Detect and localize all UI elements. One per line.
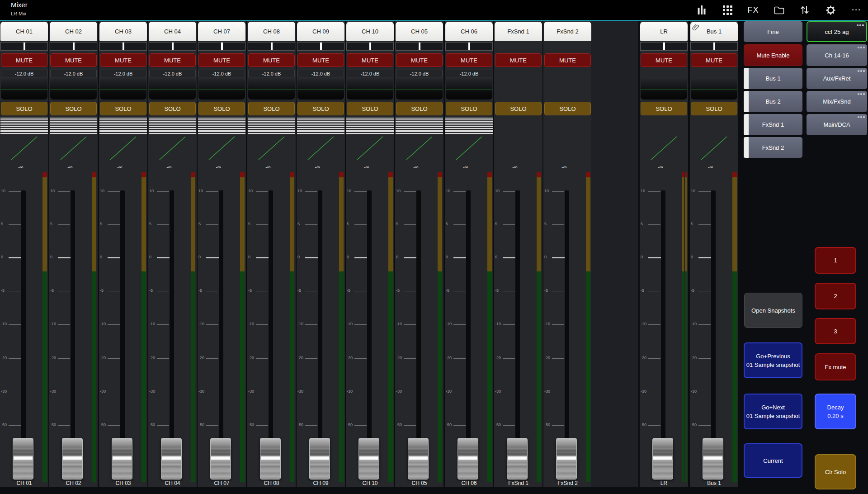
fader-track[interactable] (515, 190, 520, 480)
fader-handle[interactable] (62, 438, 83, 480)
scribble-strip[interactable] (0, 118, 48, 135)
comp-graph[interactable] (247, 135, 296, 163)
layer-aux-fxret-button[interactable]: Aux/FxRet (807, 68, 867, 89)
comp-graph[interactable] (395, 135, 443, 163)
meters-icon[interactable] (696, 4, 707, 16)
scribble-strip[interactable] (396, 118, 443, 135)
scribble-strip[interactable] (99, 118, 147, 135)
fader-handle[interactable] (161, 438, 182, 480)
fader-handle[interactable] (507, 438, 528, 480)
gate-graph[interactable] (641, 79, 687, 100)
pan-control[interactable] (640, 42, 688, 51)
mute-button[interactable]: MUTE (641, 53, 687, 67)
mute-button[interactable]: MUTE (396, 53, 443, 67)
comp-graph[interactable] (297, 135, 345, 163)
solo-button[interactable]: SOLO (446, 102, 492, 115)
snapshot-slot-1-button[interactable]: 1 (815, 247, 856, 274)
pan-control[interactable] (198, 42, 245, 51)
pan-control[interactable] (690, 42, 738, 51)
mute-button[interactable]: MUTE (544, 53, 591, 67)
gate-graph[interactable] (1, 79, 47, 100)
scribble-strip[interactable] (248, 118, 295, 135)
fader-track[interactable] (661, 190, 665, 480)
comp-graph[interactable] (198, 135, 246, 163)
mute-button[interactable]: MUTE (347, 53, 393, 67)
fader-track[interactable] (318, 190, 322, 480)
go-next-snapshot-button[interactable]: Go+Next01 Sample snapshot (744, 394, 802, 429)
scribble-strip[interactable] (198, 118, 245, 135)
mute-enable-button[interactable]: Mute Enable (744, 44, 802, 66)
fader-handle[interactable] (556, 438, 577, 480)
snapshot-slot-3-button[interactable]: 3 (815, 318, 856, 344)
strip-header[interactable]: CH 05 (396, 22, 443, 41)
strip-header[interactable]: CH 04 (149, 22, 196, 41)
strip-header[interactable]: FxSnd 2 (544, 22, 591, 41)
gate-graph[interactable] (149, 79, 196, 100)
strip-header[interactable]: CH 10 (346, 22, 394, 41)
solo-button[interactable]: SOLO (50, 102, 97, 115)
gate-graph[interactable] (248, 79, 295, 100)
pan-control[interactable] (297, 42, 344, 51)
fader-handle[interactable] (210, 438, 231, 480)
strip-header[interactable]: CH 03 (99, 22, 147, 41)
gate-graph[interactable] (100, 79, 146, 100)
send-select-fxsnd2-button[interactable]: FxSnd 2 (744, 137, 802, 158)
fader-track[interactable] (565, 190, 569, 480)
fader-track[interactable] (367, 190, 372, 480)
comp-graph[interactable] (0, 135, 48, 163)
fader-handle[interactable] (260, 438, 281, 480)
fx-mute-button[interactable]: Fx mute (815, 353, 856, 380)
comp-graph[interactable] (690, 135, 738, 163)
gate-graph[interactable] (396, 79, 443, 100)
scribble-strip[interactable] (297, 118, 344, 135)
scribble-strip[interactable] (346, 118, 394, 135)
fader-track[interactable] (120, 190, 125, 480)
layer-ch14-16-button[interactable]: Ch 14-16 (807, 44, 867, 66)
strip-header[interactable]: CH 09 (297, 22, 344, 41)
fader-track[interactable] (21, 190, 26, 480)
solo-button[interactable]: SOLO (248, 102, 295, 115)
open-snapshots-button[interactable]: Open Snapshots (744, 293, 802, 328)
send-select-bus1-button[interactable]: Bus 1 (744, 68, 802, 89)
more-options-icon[interactable]: … (851, 4, 862, 16)
fader-track[interactable] (269, 190, 273, 480)
solo-button[interactable]: SOLO (100, 102, 146, 115)
channel-grid-icon[interactable] (722, 4, 733, 16)
fader-track[interactable] (711, 190, 716, 480)
mute-button[interactable]: MUTE (149, 53, 196, 67)
solo-button[interactable]: SOLO (641, 102, 687, 115)
layer-main-dca-button[interactable]: Main/DCA (807, 114, 867, 135)
gate-graph[interactable] (297, 79, 344, 100)
fader-handle[interactable] (13, 438, 33, 480)
layer-mix-fxsnd-button[interactable]: Mix/FxSnd (807, 91, 867, 112)
snapshot-slot-2-button[interactable]: 2 (815, 283, 856, 309)
pan-control[interactable] (149, 42, 196, 51)
fader-track[interactable] (71, 190, 75, 480)
solo-button[interactable]: SOLO (691, 102, 737, 115)
strip-header[interactable]: CH 07 (198, 22, 245, 41)
current-snapshot-button[interactable]: Current (744, 443, 802, 478)
go-previous-snapshot-button[interactable]: Go+Previous01 Sample snapshot (744, 342, 802, 378)
mute-button[interactable]: MUTE (297, 53, 344, 67)
solo-button[interactable]: SOLO (198, 102, 245, 115)
fader-handle[interactable] (359, 438, 379, 480)
gate-graph[interactable] (691, 79, 737, 100)
solo-button[interactable]: SOLO (1, 102, 47, 115)
mute-button[interactable]: MUTE (446, 53, 492, 67)
fader-track[interactable] (466, 190, 471, 480)
fader-handle[interactable] (652, 438, 673, 480)
solo-button[interactable]: SOLO (495, 102, 542, 115)
send-select-bus2-button[interactable]: Bus 2 (744, 91, 802, 112)
comp-graph[interactable] (148, 135, 197, 163)
mute-button[interactable]: MUTE (198, 53, 245, 67)
solo-button[interactable]: SOLO (149, 102, 196, 115)
pan-control[interactable] (0, 42, 48, 51)
clear-solo-button[interactable]: Clr Solo (815, 454, 856, 489)
updown-arrows-icon[interactable] (799, 4, 810, 16)
strip-header[interactable]: LR (640, 22, 688, 41)
mute-button[interactable]: MUTE (50, 53, 97, 67)
scribble-strip[interactable] (149, 118, 196, 135)
fader-track[interactable] (219, 190, 223, 480)
comp-graph[interactable] (640, 135, 688, 163)
mute-button[interactable]: MUTE (100, 53, 146, 67)
